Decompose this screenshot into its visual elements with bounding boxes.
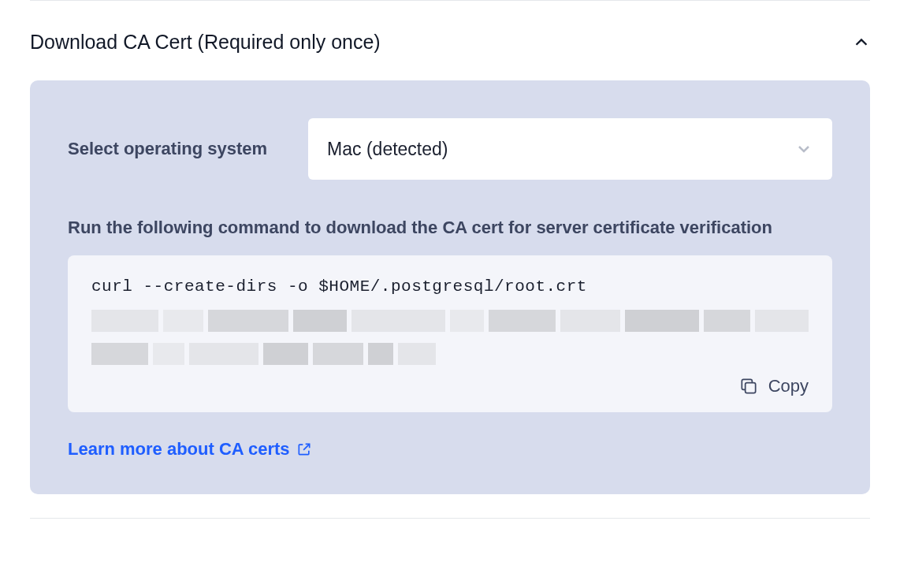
learn-more-label: Learn more about CA certs [68,439,290,460]
code-block: curl --create-dirs -o $HOME/.postgresql/… [68,255,832,412]
copy-icon [738,376,759,396]
instruction-text: Run the following command to download th… [68,218,832,238]
svg-rect-0 [745,383,755,393]
command-text: curl --create-dirs -o $HOME/.postgresql/… [91,277,809,296]
os-label: Select operating system [68,139,267,159]
section-title: Download CA Cert (Required only once) [30,31,381,54]
chevron-down-icon [794,140,813,158]
learn-more-link[interactable]: Learn more about CA certs [68,439,312,460]
copy-label: Copy [768,376,809,396]
os-select-value: Mac (detected) [327,139,448,160]
os-row: Select operating system Mac (detected) [68,118,832,180]
redacted-line [91,310,809,332]
os-select[interactable]: Mac (detected) [308,118,832,180]
copy-button[interactable]: Copy [91,376,809,396]
chevron-up-icon [853,34,870,51]
section-header[interactable]: Download CA Cert (Required only once) [30,1,870,80]
external-link-icon [296,441,312,457]
divider-bottom [30,518,870,519]
ca-cert-panel: Select operating system Mac (detected) R… [30,80,870,494]
redacted-line [91,343,436,365]
